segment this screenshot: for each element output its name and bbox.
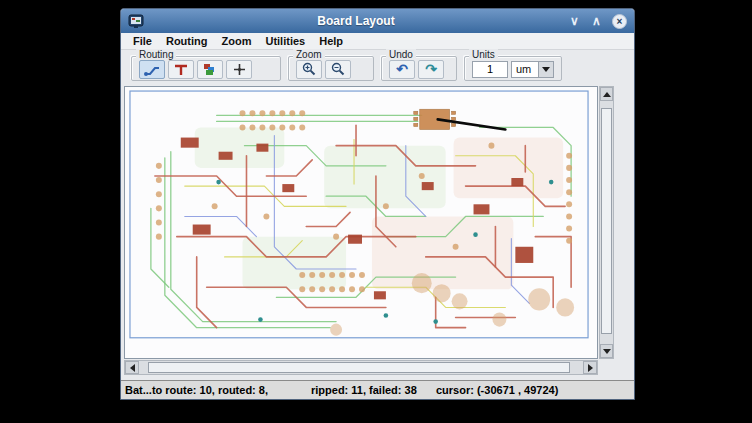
content-area [121, 84, 634, 380]
routing-group: Routing [131, 56, 281, 81]
combo-dropdown-button[interactable] [538, 61, 554, 78]
vertical-scroll-track[interactable] [600, 101, 613, 344]
ripped-status-text: ripped: 11, failed: 38 [311, 384, 436, 396]
move-tool-button[interactable] [226, 60, 252, 79]
undo-group: Undo ↶ ↷ [381, 56, 457, 81]
scroll-right-button[interactable] [583, 361, 597, 374]
undo-group-label: Undo [386, 49, 416, 60]
menu-file[interactable]: File [126, 34, 159, 48]
display-colors-button[interactable] [197, 60, 223, 79]
board-layout-window: Board Layout ∨ ∧ × File Routing Zoom Uti… [120, 8, 635, 400]
horizontal-scrollbar[interactable] [124, 360, 598, 375]
display-colors-icon [203, 63, 217, 76]
units-group: Units um [464, 56, 562, 81]
arrow-down-icon [603, 349, 611, 354]
routing-group-label: Routing [136, 49, 176, 60]
pcb-board-view [125, 87, 597, 358]
route-status-text: Bat...to route: 10, routed: 8, [125, 384, 311, 396]
close-button[interactable]: × [612, 14, 627, 29]
menu-routing[interactable]: Routing [159, 34, 215, 48]
menubar: File Routing Zoom Utilities Help [121, 33, 634, 50]
window-controls: ∨ ∧ × [568, 14, 627, 29]
units-unit-combobox[interactable]: um [511, 61, 554, 78]
horizontal-scroll-thumb[interactable] [148, 362, 570, 373]
vertical-scrollbar[interactable] [599, 86, 614, 359]
units-value-input[interactable] [472, 61, 508, 78]
titlebar[interactable]: Board Layout ∨ ∧ × [121, 9, 634, 33]
units-group-label: Units [469, 49, 498, 60]
application-icon [128, 13, 144, 29]
fanout-icon [174, 63, 188, 76]
scroll-up-button[interactable] [600, 87, 613, 101]
menu-utilities[interactable]: Utilities [258, 34, 312, 48]
redo-icon: ↷ [425, 63, 437, 75]
zoom-group: Zoom [288, 56, 374, 81]
horizontal-scroll-track[interactable] [139, 361, 583, 374]
magnifier-icon [331, 62, 345, 76]
menu-help[interactable]: Help [312, 34, 350, 48]
magnifier-plus-icon [302, 62, 316, 76]
zoom-out-button[interactable] [325, 60, 351, 79]
toolbar: Routing [121, 50, 634, 84]
scroll-down-button[interactable] [600, 344, 613, 358]
menu-zoom[interactable]: Zoom [215, 34, 259, 48]
minimize-button[interactable]: ∨ [568, 14, 581, 28]
route-tool-button[interactable] [139, 60, 165, 79]
arrow-right-icon [588, 364, 593, 372]
units-unit-value: um [511, 61, 538, 78]
fanout-tool-button[interactable] [168, 60, 194, 79]
route-icon [144, 63, 160, 76]
undo-button[interactable]: ↶ [389, 60, 415, 79]
undo-icon: ↶ [396, 63, 408, 75]
window-title: Board Layout [150, 14, 562, 28]
move-icon [233, 63, 246, 76]
maximize-button[interactable]: ∧ [590, 14, 603, 28]
arrow-up-icon [603, 92, 611, 97]
dropdown-arrow-icon [542, 67, 550, 72]
zoom-region-button[interactable] [296, 60, 322, 79]
vertical-scroll-thumb[interactable] [601, 108, 612, 334]
arrow-left-icon [130, 364, 135, 372]
zoom-group-label: Zoom [293, 49, 325, 60]
scroll-left-button[interactable] [125, 361, 139, 374]
statusbar: Bat...to route: 10, routed: 8, ripped: 1… [121, 380, 634, 399]
cursor-position-text: cursor: (-30671 , 49724) [436, 384, 558, 396]
redo-button[interactable]: ↷ [418, 60, 444, 79]
pcb-board-canvas[interactable] [124, 86, 598, 359]
desktop-background: Board Layout ∨ ∧ × File Routing Zoom Uti… [0, 0, 752, 423]
